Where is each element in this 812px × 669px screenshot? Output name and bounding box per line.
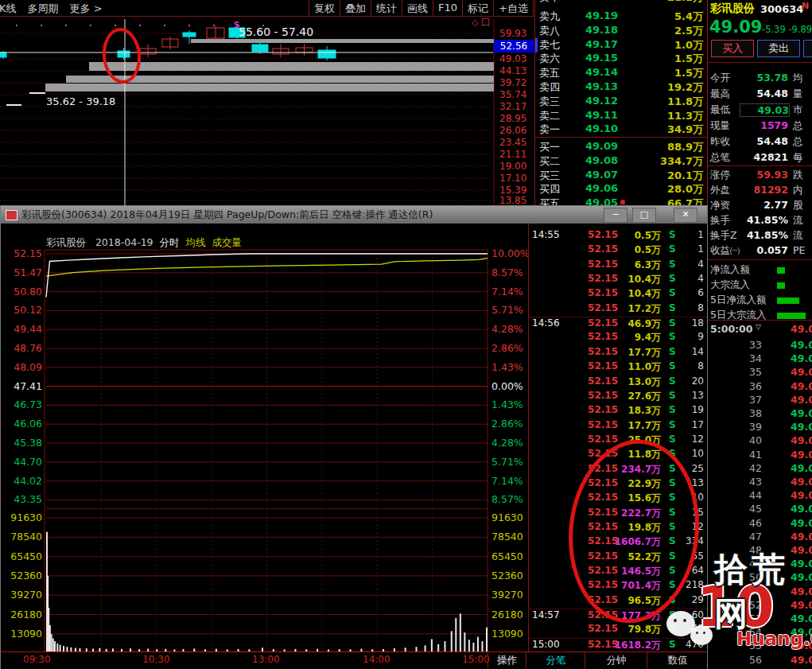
kline-axis-label: 15.39 (499, 185, 526, 196)
orderbook-row-sell[interactable]: 卖八49.182.5万 (535, 24, 708, 38)
buy-button[interactable]: 买入 (711, 40, 754, 57)
trade-row[interactable]: 52.159.4万S9 (529, 331, 707, 345)
ticker-price: 49.0 (791, 394, 812, 406)
kline-range-top-label: 55.60 - 57.40 (239, 25, 313, 38)
trade-row[interactable]: 52.1511.0万S8 (529, 360, 707, 375)
trade-row[interactable]: 52.150.5万S1 (529, 243, 707, 258)
trade-row[interactable]: 14:5652.1546.9万S18 (529, 317, 707, 332)
orderbook-price: 49.17 (578, 38, 618, 50)
query-button[interactable]: 查 (803, 40, 812, 57)
ticker-second: 36 (732, 380, 762, 392)
ticker-row[interactable]: 4349.0 (708, 476, 812, 491)
orderbook-row-sell[interactable]: 卖二49.1111.3万 (535, 109, 708, 123)
trade-row[interactable]: 52.1511.8万S10 (529, 448, 707, 462)
orderbook-row-sell[interactable]: 卖五49.141.5万 (535, 66, 708, 80)
ticker-price: 49.0 (791, 434, 812, 446)
watermark-domain: Huang.CN (736, 628, 812, 649)
trade-row[interactable]: 52.1522.9万S13 (529, 477, 707, 492)
orderbook-volume: 11.8万 (667, 95, 703, 109)
ticker-row[interactable]: 3849.0 (708, 407, 812, 422)
orderbook-separator (535, 137, 708, 138)
ticker-row[interactable]: 5649.0 (708, 654, 812, 669)
tab-分钟[interactable]: 分钟 (585, 652, 647, 669)
ticker-row[interactable]: 4049.0 (708, 434, 812, 449)
kline-axis-label: 44.13 (499, 65, 526, 76)
ticker-row[interactable]: 4649.0 (708, 517, 812, 532)
ticker-row[interactable]: 4449.0 (708, 489, 812, 504)
ticker-row[interactable]: 3749.0 (708, 394, 812, 409)
stat-row: 昨收54.48总 (708, 135, 812, 150)
orderbook-row-sell[interactable]: 卖一49.1034.9万 (535, 123, 708, 137)
orderbook-row-sell[interactable]: 卖七49.171.0万 (535, 38, 708, 53)
ticker-row[interactable]: 3349.0 (708, 339, 812, 354)
ticker-row[interactable]: 3449.0 (708, 352, 812, 368)
trade-count: 1 (674, 243, 704, 255)
ticker-row[interactable]: 4749.0 (708, 531, 812, 546)
trade-row[interactable]: 52.1517.2万S8 (529, 302, 707, 317)
trade-volume: 13.0万 (600, 375, 661, 389)
stat-value: 2.77 (740, 199, 788, 211)
orderbook-row-buy[interactable]: 买四49.0628.0万 (535, 182, 708, 196)
orderbook-row-sell[interactable]: 卖九49.195.4万 (535, 10, 708, 24)
trade-row[interactable]: 52.15222.7万S15 (529, 507, 707, 521)
ticker-row[interactable]: 3949.0 (708, 421, 812, 436)
price-change: -5.39 -9.89% (762, 24, 812, 35)
trade-row[interactable]: 52.1519.8万S12 (529, 521, 707, 535)
orderbook-row-buy[interactable]: 买一49.0988.9万 (535, 140, 708, 154)
orderbook-level-label: 卖十 (539, 0, 560, 5)
orderbook-row-buy[interactable]: 买三49.0720.1万 (535, 169, 708, 183)
volume-bar (425, 645, 426, 651)
trade-row[interactable]: 52.1596.5万S29 (529, 594, 707, 609)
orderbook-row-sell10[interactable]: 卖十49.20*21.2万 (535, 0, 708, 5)
trade-row[interactable]: 52.156.3万S4 (529, 259, 707, 273)
ticker-header[interactable]: 5:00:00▽49.0 (708, 323, 812, 338)
tab-分笔[interactable]: 分笔 (526, 652, 585, 669)
orderbook-volume: 334.7万 (660, 154, 703, 169)
trade-row[interactable]: 52.15701.4万S218 (529, 579, 707, 593)
ticker-row[interactable]: 4149.0 (708, 449, 812, 464)
volume-profile-bar (191, 39, 494, 43)
orderbook-row-buy[interactable]: 买二49.08334.7万 (535, 154, 708, 169)
trade-row[interactable]: 52.15234.7万S25 (529, 463, 707, 477)
trade-row[interactable]: 52.1515.6万S10 (529, 492, 707, 506)
volume-axis-label: 91630 (10, 511, 42, 523)
volume-axis-label: 13090 (10, 628, 42, 640)
trade-row[interactable]: 52.1510.4万S4 (529, 273, 707, 287)
trade-row[interactable]: 52.1517.7万S17 (529, 419, 707, 434)
orderbook-row-sell[interactable]: 卖四49.1319.2万 (535, 80, 708, 95)
volume-bar (460, 613, 461, 651)
trade-row[interactable]: 52.1525.0万S12 (529, 434, 707, 448)
stock-name[interactable]: 彩讯股份 (710, 2, 755, 16)
kline-axis-label: 23.45 (499, 137, 526, 148)
orderbook-price: 49.18 (578, 24, 618, 36)
trade-row[interactable]: 52.1518.3万S19 (529, 404, 707, 418)
trade-row[interactable]: 52.1517.7万S14 (529, 346, 707, 360)
kline-range-bottom-label: 35.62 - 39.18 (46, 95, 115, 107)
ticker-second: 44 (732, 489, 762, 501)
orderbook-row-sell[interactable]: 卖三49.1211.8万 (535, 95, 708, 109)
ticker-price: 49.0 (791, 323, 812, 335)
ticker-row[interactable]: 3549.0 (708, 366, 812, 381)
orderbook-price: 49.15 (578, 52, 618, 64)
trade-row[interactable]: 52.1513.0万S20 (529, 375, 707, 390)
operation-tab[interactable]: 操作 (488, 652, 526, 669)
chart-mini-icons[interactable]: ◇ 囗 (472, 17, 490, 29)
trade-row[interactable]: 15:0052.151618.2万S470 (529, 638, 707, 653)
trade-row[interactable]: 14:5552.150.5万S1 (529, 229, 707, 243)
orderbook-row-sell[interactable]: 卖六49.151.5万 (535, 52, 708, 66)
trade-row[interactable]: 52.1552.2万S55 (529, 550, 707, 565)
ticker-row[interactable]: 4249.0 (708, 462, 812, 477)
ticker-row[interactable]: 4549.0 (708, 503, 812, 518)
grid-dot (65, 25, 67, 26)
ticker-row[interactable]: 3649.0 (708, 380, 812, 395)
trade-volume: 15.6万 (600, 492, 661, 505)
sell-button[interactable]: 卖出 (757, 40, 800, 57)
trade-row[interactable]: 52.1527.6万S13 (529, 390, 707, 404)
kline-chart[interactable]: 55.60 - 57.40 35.62 - 39.18 S (0, 16, 534, 205)
trade-row[interactable]: 52.151606.7万S334 (529, 535, 707, 550)
tab-数值[interactable]: 数值 (647, 652, 708, 669)
price-axis-label: 45.38 (14, 437, 42, 449)
trade-row[interactable]: 52.15146.5万S64 (529, 565, 707, 579)
percent-axis-label: 7.14% (491, 286, 523, 298)
trade-row[interactable]: 52.1510.4万S6 (529, 287, 707, 301)
